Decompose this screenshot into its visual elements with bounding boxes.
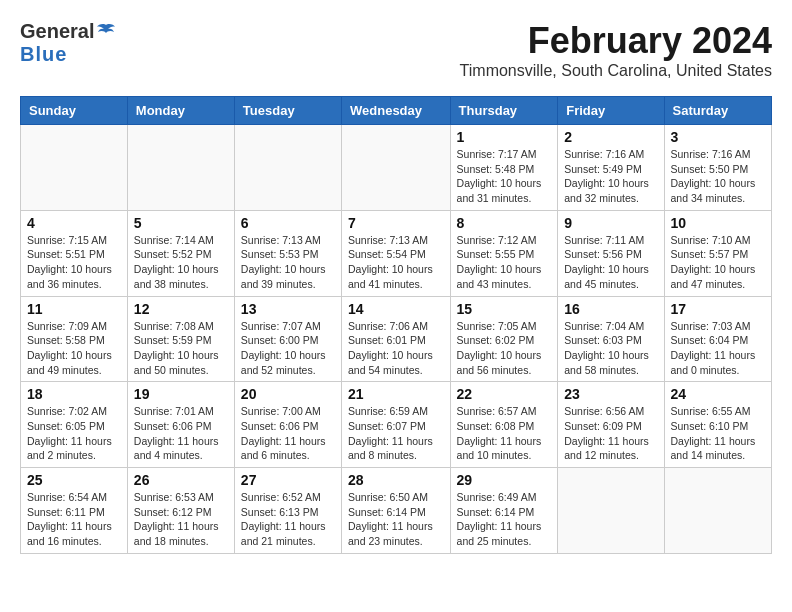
day-number: 5	[134, 215, 228, 231]
day-number: 15	[457, 301, 552, 317]
calendar-cell: 11Sunrise: 7:09 AM Sunset: 5:58 PM Dayli…	[21, 296, 128, 382]
day-number: 1	[457, 129, 552, 145]
day-info: Sunrise: 7:16 AM Sunset: 5:50 PM Dayligh…	[671, 147, 765, 206]
weekday-header: Wednesday	[342, 97, 451, 125]
calendar-cell	[234, 125, 341, 211]
calendar-week-row: 1Sunrise: 7:17 AM Sunset: 5:48 PM Daylig…	[21, 125, 772, 211]
day-number: 21	[348, 386, 444, 402]
day-number: 16	[564, 301, 657, 317]
day-info: Sunrise: 7:08 AM Sunset: 5:59 PM Dayligh…	[134, 319, 228, 378]
day-number: 8	[457, 215, 552, 231]
calendar-cell: 16Sunrise: 7:04 AM Sunset: 6:03 PM Dayli…	[558, 296, 664, 382]
day-info: Sunrise: 7:11 AM Sunset: 5:56 PM Dayligh…	[564, 233, 657, 292]
calendar-week-row: 18Sunrise: 7:02 AM Sunset: 6:05 PM Dayli…	[21, 382, 772, 468]
day-number: 28	[348, 472, 444, 488]
day-number: 25	[27, 472, 121, 488]
day-number: 14	[348, 301, 444, 317]
logo-general: General	[20, 20, 94, 43]
calendar-cell: 24Sunrise: 6:55 AM Sunset: 6:10 PM Dayli…	[664, 382, 771, 468]
calendar-cell: 21Sunrise: 6:59 AM Sunset: 6:07 PM Dayli…	[342, 382, 451, 468]
day-info: Sunrise: 7:03 AM Sunset: 6:04 PM Dayligh…	[671, 319, 765, 378]
location-title: Timmonsville, South Carolina, United Sta…	[460, 62, 772, 80]
weekday-header: Friday	[558, 97, 664, 125]
calendar-cell: 9Sunrise: 7:11 AM Sunset: 5:56 PM Daylig…	[558, 210, 664, 296]
calendar-cell	[664, 468, 771, 554]
calendar-cell: 12Sunrise: 7:08 AM Sunset: 5:59 PM Dayli…	[127, 296, 234, 382]
day-info: Sunrise: 6:56 AM Sunset: 6:09 PM Dayligh…	[564, 404, 657, 463]
day-number: 20	[241, 386, 335, 402]
calendar-cell: 23Sunrise: 6:56 AM Sunset: 6:09 PM Dayli…	[558, 382, 664, 468]
day-number: 2	[564, 129, 657, 145]
calendar-cell: 28Sunrise: 6:50 AM Sunset: 6:14 PM Dayli…	[342, 468, 451, 554]
month-title: February 2024	[460, 20, 772, 62]
day-info: Sunrise: 7:09 AM Sunset: 5:58 PM Dayligh…	[27, 319, 121, 378]
calendar-week-row: 4Sunrise: 7:15 AM Sunset: 5:51 PM Daylig…	[21, 210, 772, 296]
weekday-header: Sunday	[21, 97, 128, 125]
day-info: Sunrise: 7:13 AM Sunset: 5:54 PM Dayligh…	[348, 233, 444, 292]
day-info: Sunrise: 7:00 AM Sunset: 6:06 PM Dayligh…	[241, 404, 335, 463]
calendar-header-row: SundayMondayTuesdayWednesdayThursdayFrid…	[21, 97, 772, 125]
day-info: Sunrise: 7:02 AM Sunset: 6:05 PM Dayligh…	[27, 404, 121, 463]
day-info: Sunrise: 6:53 AM Sunset: 6:12 PM Dayligh…	[134, 490, 228, 549]
day-info: Sunrise: 7:05 AM Sunset: 6:02 PM Dayligh…	[457, 319, 552, 378]
calendar-cell: 13Sunrise: 7:07 AM Sunset: 6:00 PM Dayli…	[234, 296, 341, 382]
calendar-cell: 25Sunrise: 6:54 AM Sunset: 6:11 PM Dayli…	[21, 468, 128, 554]
day-number: 17	[671, 301, 765, 317]
day-info: Sunrise: 7:13 AM Sunset: 5:53 PM Dayligh…	[241, 233, 335, 292]
day-info: Sunrise: 6:59 AM Sunset: 6:07 PM Dayligh…	[348, 404, 444, 463]
calendar-cell: 26Sunrise: 6:53 AM Sunset: 6:12 PM Dayli…	[127, 468, 234, 554]
calendar-cell: 2Sunrise: 7:16 AM Sunset: 5:49 PM Daylig…	[558, 125, 664, 211]
calendar-cell: 18Sunrise: 7:02 AM Sunset: 6:05 PM Dayli…	[21, 382, 128, 468]
day-info: Sunrise: 6:49 AM Sunset: 6:14 PM Dayligh…	[457, 490, 552, 549]
day-number: 13	[241, 301, 335, 317]
logo-blue: Blue	[20, 43, 67, 65]
day-info: Sunrise: 6:57 AM Sunset: 6:08 PM Dayligh…	[457, 404, 552, 463]
calendar-cell: 14Sunrise: 7:06 AM Sunset: 6:01 PM Dayli…	[342, 296, 451, 382]
calendar-cell	[342, 125, 451, 211]
weekday-header: Tuesday	[234, 97, 341, 125]
day-number: 10	[671, 215, 765, 231]
day-number: 9	[564, 215, 657, 231]
day-number: 4	[27, 215, 121, 231]
calendar-cell: 7Sunrise: 7:13 AM Sunset: 5:54 PM Daylig…	[342, 210, 451, 296]
calendar-cell	[127, 125, 234, 211]
day-number: 18	[27, 386, 121, 402]
calendar-cell: 27Sunrise: 6:52 AM Sunset: 6:13 PM Dayli…	[234, 468, 341, 554]
day-number: 24	[671, 386, 765, 402]
calendar-cell: 5Sunrise: 7:14 AM Sunset: 5:52 PM Daylig…	[127, 210, 234, 296]
day-info: Sunrise: 7:16 AM Sunset: 5:49 PM Dayligh…	[564, 147, 657, 206]
weekday-header: Monday	[127, 97, 234, 125]
day-info: Sunrise: 6:50 AM Sunset: 6:14 PM Dayligh…	[348, 490, 444, 549]
calendar-cell: 8Sunrise: 7:12 AM Sunset: 5:55 PM Daylig…	[450, 210, 558, 296]
day-info: Sunrise: 7:10 AM Sunset: 5:57 PM Dayligh…	[671, 233, 765, 292]
day-number: 29	[457, 472, 552, 488]
day-number: 7	[348, 215, 444, 231]
calendar-cell: 29Sunrise: 6:49 AM Sunset: 6:14 PM Dayli…	[450, 468, 558, 554]
day-number: 27	[241, 472, 335, 488]
calendar-cell: 19Sunrise: 7:01 AM Sunset: 6:06 PM Dayli…	[127, 382, 234, 468]
day-info: Sunrise: 6:55 AM Sunset: 6:10 PM Dayligh…	[671, 404, 765, 463]
day-info: Sunrise: 7:01 AM Sunset: 6:06 PM Dayligh…	[134, 404, 228, 463]
day-number: 22	[457, 386, 552, 402]
calendar-cell: 1Sunrise: 7:17 AM Sunset: 5:48 PM Daylig…	[450, 125, 558, 211]
calendar-cell: 20Sunrise: 7:00 AM Sunset: 6:06 PM Dayli…	[234, 382, 341, 468]
weekday-header: Saturday	[664, 97, 771, 125]
calendar-cell: 22Sunrise: 6:57 AM Sunset: 6:08 PM Dayli…	[450, 382, 558, 468]
calendar-cell: 3Sunrise: 7:16 AM Sunset: 5:50 PM Daylig…	[664, 125, 771, 211]
day-info: Sunrise: 6:54 AM Sunset: 6:11 PM Dayligh…	[27, 490, 121, 549]
calendar-cell: 6Sunrise: 7:13 AM Sunset: 5:53 PM Daylig…	[234, 210, 341, 296]
day-number: 26	[134, 472, 228, 488]
day-info: Sunrise: 7:07 AM Sunset: 6:00 PM Dayligh…	[241, 319, 335, 378]
day-info: Sunrise: 7:04 AM Sunset: 6:03 PM Dayligh…	[564, 319, 657, 378]
calendar-cell: 15Sunrise: 7:05 AM Sunset: 6:02 PM Dayli…	[450, 296, 558, 382]
day-info: Sunrise: 7:06 AM Sunset: 6:01 PM Dayligh…	[348, 319, 444, 378]
day-number: 23	[564, 386, 657, 402]
day-number: 3	[671, 129, 765, 145]
page-header: General Blue February 2024 Timmonsville,…	[20, 20, 772, 80]
day-number: 6	[241, 215, 335, 231]
day-info: Sunrise: 7:17 AM Sunset: 5:48 PM Dayligh…	[457, 147, 552, 206]
calendar-cell: 4Sunrise: 7:15 AM Sunset: 5:51 PM Daylig…	[21, 210, 128, 296]
bird-icon	[96, 23, 116, 41]
calendar-week-row: 25Sunrise: 6:54 AM Sunset: 6:11 PM Dayli…	[21, 468, 772, 554]
day-info: Sunrise: 7:14 AM Sunset: 5:52 PM Dayligh…	[134, 233, 228, 292]
